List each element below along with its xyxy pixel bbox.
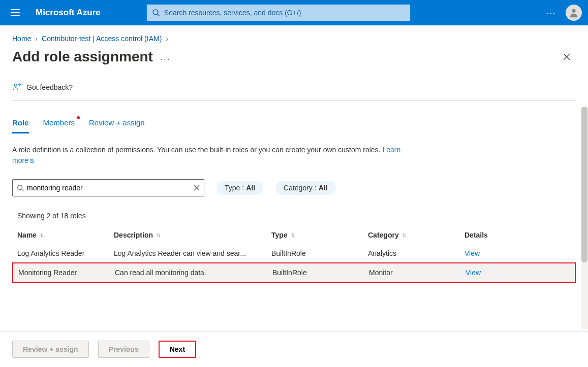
table-header: Name↑↓ Description↑↓ Type↑↓ Category↑↓ D… <box>12 226 576 244</box>
tab-role[interactable]: Role <box>12 115 29 134</box>
top-header: Microsoft Azure ⋯ <box>0 0 588 25</box>
user-icon <box>568 7 579 18</box>
breadcrumb-path[interactable]: Contributor-test | Access control (IAM) <box>42 35 162 43</box>
close-button[interactable] <box>558 48 576 66</box>
role-search-input[interactable] <box>27 184 194 192</box>
cell-type: BuiltInRole <box>272 269 369 277</box>
tab-members[interactable]: Members <box>43 115 75 134</box>
sort-icon: ↑↓ <box>402 231 405 239</box>
filter-type-label: Type : <box>225 184 244 192</box>
review-assign-button[interactable]: Review + assign <box>12 341 89 358</box>
title-more-icon[interactable]: ··· <box>160 54 171 63</box>
more-menu-icon[interactable]: ⋯ <box>542 4 561 22</box>
chevron-right-icon: › <box>166 35 168 43</box>
view-link[interactable]: View <box>465 249 551 257</box>
cell-category: Analytics <box>368 249 465 257</box>
search-icon <box>152 9 160 17</box>
breadcrumb: Home › Contributor-test | Access control… <box>0 25 588 48</box>
intro-body: A role definition is a collection of per… <box>12 146 382 154</box>
global-search-input[interactable] <box>164 9 405 17</box>
sort-icon: ↑↓ <box>291 231 294 239</box>
filter-category-value: All <box>319 184 328 192</box>
cell-name: Log Analytics Reader <box>17 249 114 257</box>
previous-button[interactable]: Previous <box>98 341 149 358</box>
role-search[interactable] <box>12 179 204 196</box>
col-category-label: Category <box>368 231 399 239</box>
content: Got feedback? Role Members Review + assi… <box>0 75 588 283</box>
svg-point-5 <box>14 84 17 86</box>
brand-label[interactable]: Microsoft Azure <box>36 8 101 18</box>
tabs: Role Members Review + assign <box>12 115 576 134</box>
hamburger-menu-icon[interactable] <box>6 4 24 22</box>
clear-icon[interactable] <box>194 185 200 191</box>
table-row[interactable]: Monitoring Reader Can read all monitorin… <box>12 262 576 283</box>
cell-description: Log Analytics Reader can view and sear..… <box>114 249 271 257</box>
next-button[interactable]: Next <box>159 341 196 358</box>
sort-icon: ↑↓ <box>156 231 159 239</box>
roles-table: Name↑↓ Description↑↓ Type↑↓ Category↑↓ D… <box>12 226 576 283</box>
global-search[interactable] <box>146 4 411 21</box>
view-link[interactable]: View <box>466 269 552 277</box>
col-category[interactable]: Category↑↓ <box>368 231 465 239</box>
cell-description: Can read all monitoring data. <box>115 269 272 277</box>
feedback-label: Got feedback? <box>26 83 73 91</box>
feedback-icon <box>12 82 22 92</box>
search-icon <box>17 184 24 191</box>
title-row: Add role assignment ··· <box>0 48 588 75</box>
svg-point-2 <box>572 9 575 13</box>
col-name-label: Name <box>17 231 37 239</box>
col-details: Details <box>465 231 551 239</box>
svg-point-6 <box>18 185 22 190</box>
svg-line-1 <box>158 14 160 16</box>
svg-point-0 <box>153 10 158 15</box>
sort-icon: ↑↓ <box>40 231 43 239</box>
tab-members-label: Members <box>43 118 75 127</box>
footer-buttons: Review + assign Previous Next <box>0 331 588 367</box>
filter-category-label: Category : <box>284 184 317 192</box>
cell-type: BuiltInRole <box>271 249 368 257</box>
intro-text: A role definition is a collection of per… <box>12 145 409 166</box>
result-count: Showing 2 of 18 roles <box>12 212 576 220</box>
chevron-right-icon: › <box>35 35 38 43</box>
col-description-label: Description <box>114 231 153 239</box>
feedback-link[interactable]: Got feedback? <box>12 75 576 101</box>
scrollbar-thumb[interactable] <box>581 107 587 262</box>
filter-type-value: All <box>246 184 255 192</box>
filter-row: Type : All Category : All <box>12 179 576 196</box>
col-name[interactable]: Name↑↓ <box>17 231 114 239</box>
scrollbar[interactable] <box>581 107 588 329</box>
col-details-label: Details <box>465 231 488 239</box>
filter-type-pill[interactable]: Type : All <box>216 181 263 195</box>
cell-category: Monitor <box>369 269 466 277</box>
filter-category-pill[interactable]: Category : All <box>275 181 335 195</box>
page-title: Add role assignment <box>12 49 153 65</box>
breadcrumb-home[interactable]: Home <box>12 35 31 43</box>
tab-review[interactable]: Review + assign <box>89 115 145 134</box>
cell-name: Monitoring Reader <box>18 269 115 277</box>
col-type-label: Type <box>271 231 288 239</box>
table-row[interactable]: Log Analytics Reader Log Analytics Reade… <box>12 244 576 262</box>
close-icon <box>563 53 571 61</box>
avatar[interactable] <box>566 5 582 21</box>
col-description[interactable]: Description↑↓ <box>114 231 271 239</box>
col-type[interactable]: Type↑↓ <box>271 231 368 239</box>
external-link-icon: ⧉ <box>30 158 34 164</box>
alert-dot-icon <box>77 116 80 119</box>
svg-line-7 <box>22 189 24 191</box>
